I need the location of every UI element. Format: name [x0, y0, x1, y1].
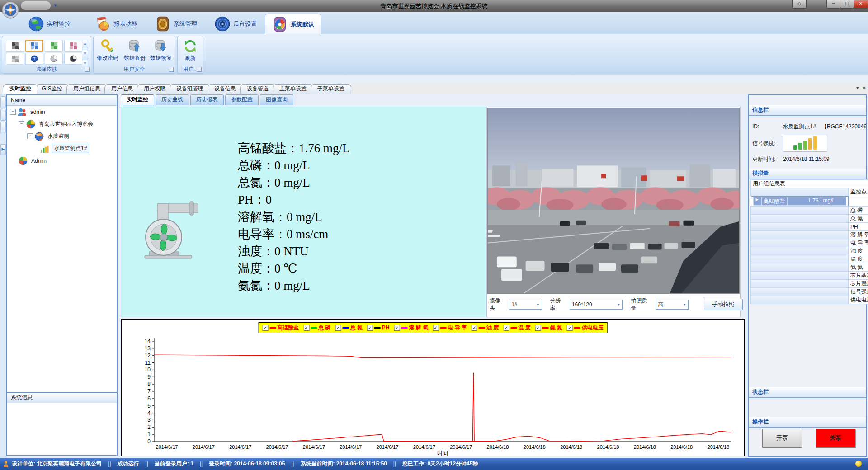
system-info-section[interactable]: 系统信息: [7, 392, 117, 403]
water-globe-icon: [35, 132, 44, 141]
collapse-icon[interactable]: −: [27, 133, 33, 139]
legend-checkbox[interactable]: ✓: [433, 325, 439, 331]
main-tab-7[interactable]: 设备信息: [207, 84, 243, 94]
table-row[interactable]: 温 度0℃: [751, 255, 868, 263]
main-tab-3[interactable]: 用户组信息: [66, 84, 107, 94]
tree-item-expo[interactable]: − 青岛市世界园艺博览会: [7, 118, 117, 130]
sub-tab-2[interactable]: 历史曲线: [156, 94, 189, 105]
table-row[interactable]: 电 导 率0ms/cm: [751, 239, 868, 247]
tab-scroll-icon[interactable]: ▼: [855, 85, 860, 90]
legend-checkbox[interactable]: ✓: [335, 325, 341, 331]
legend-checkbox[interactable]: ✓: [472, 325, 477, 331]
table-row[interactable]: 总 磷0mg/L: [751, 207, 868, 215]
skin-dark-button[interactable]: [6, 40, 24, 52]
legend-checkbox[interactable]: ✓: [535, 325, 541, 331]
skin-pie-dark-button[interactable]: [64, 53, 82, 65]
reading-row: 高锰酸盐：1.76 mg/L: [238, 140, 482, 157]
data-restore-button[interactable]: 数据恢复: [148, 39, 174, 65]
expand-panel-icon[interactable]: ▶: [0, 144, 6, 155]
skin-numbered-button[interactable]: 7: [25, 53, 43, 65]
data-backup-button[interactable]: 数据备份: [122, 39, 148, 65]
table-row[interactable]: 芯片基准1.475V: [751, 272, 868, 280]
ribbon-tab-reports[interactable]: 报表功能: [89, 14, 144, 34]
table-row[interactable]: 芯片温度39.59℃: [751, 280, 868, 288]
ribbon-tab-realtime[interactable]: 实时监控: [22, 14, 77, 34]
close-button[interactable]: ✕: [854, 0, 868, 9]
sub-tab-1[interactable]: 实时监控: [121, 94, 154, 105]
legend-checkbox[interactable]: ✓: [303, 325, 309, 331]
main-tab-8[interactable]: 设备管道: [240, 84, 275, 94]
legend-checkbox[interactable]: ✓: [503, 325, 509, 331]
maximize-button[interactable]: ▢: [840, 0, 854, 9]
table-row[interactable]: 氨 氮0mg/L: [751, 263, 868, 272]
panel-handle[interactable]: [0, 122, 6, 133]
minimize-button[interactable]: ─: [826, 0, 840, 9]
ribbon-tab-backend[interactable]: 后台设置: [208, 14, 263, 34]
tab-close-icon[interactable]: ✕: [863, 85, 866, 90]
window-theme-button[interactable]: ◇: [792, 0, 807, 9]
camera-select[interactable]: 1#▼: [509, 300, 542, 310]
change-password-button[interactable]: 修改密码: [94, 39, 121, 65]
operation-section-header[interactable]: 操作栏: [749, 417, 866, 428]
quality-select[interactable]: 高▼: [656, 300, 689, 310]
status-bar: 设计单位: 北京聚英翱翔电子有限公司||成功运行||当前登录用户: 1||登录时…: [0, 458, 868, 470]
ribbon-tab-system[interactable]: 系统管理: [148, 14, 203, 34]
table-row[interactable]: 总 氮0mg/L: [751, 215, 868, 223]
resolution-select[interactable]: 160*120▼: [570, 300, 623, 310]
refresh-button[interactable]: 刷新: [177, 39, 203, 65]
dialog-launcher-icon[interactable]: [169, 67, 174, 72]
legend-checkbox[interactable]: ✓: [394, 325, 400, 331]
main-tab-5[interactable]: 用户权限: [137, 84, 172, 94]
info-section-header[interactable]: 信息栏: [749, 105, 866, 116]
app-compass-icon[interactable]: [1, 1, 19, 19]
legend-color-swatch: [401, 327, 407, 329]
table-row[interactable]: PH0: [751, 223, 868, 231]
skin-scroll-up-icon[interactable]: ▲: [82, 40, 88, 48]
legend-checkbox[interactable]: ✓: [567, 325, 573, 331]
skin-numbered-icon: 7: [31, 55, 38, 62]
col-point-header: 监控点: [849, 188, 868, 196]
ribbon-lower-strip: [0, 75, 868, 84]
sub-tab-4[interactable]: 参数配置: [225, 94, 259, 105]
skin-pink-button[interactable]: [64, 40, 82, 52]
sub-tab-5[interactable]: 图像查询: [260, 94, 293, 105]
table-row[interactable]: ▶高锰酸盐1.76mg/L: [751, 196, 849, 206]
table-row[interactable]: 信号强度25asu: [751, 288, 868, 296]
skin-green-button[interactable]: [45, 40, 63, 52]
main-tab-10[interactable]: 子菜单设置: [310, 84, 351, 94]
tree-item-water-monitoring[interactable]: − 水质监测: [7, 130, 117, 142]
skin-blue-button[interactable]: [25, 40, 43, 52]
skin-gray-button[interactable]: [6, 53, 24, 65]
database-up-icon: [127, 39, 142, 53]
table-row[interactable]: 供电电压11.85V: [751, 296, 868, 304]
collapse-icon[interactable]: −: [19, 121, 24, 127]
pump-off-button[interactable]: 关泵: [816, 429, 855, 448]
resolution-select-label: 分辨率: [550, 297, 566, 312]
panel-handle[interactable]: [0, 96, 6, 108]
tree-item-admin2[interactable]: Admin: [7, 155, 117, 167]
main-tab-4[interactable]: 用户信息: [104, 84, 140, 94]
table-row[interactable]: 浊 度0NTU: [751, 247, 868, 255]
sub-tab-3[interactable]: 历史报表: [190, 94, 224, 105]
skin-scroll-down-icon[interactable]: ▼: [82, 50, 88, 58]
table-row[interactable]: 溶 解 氧0mg/L: [751, 231, 868, 239]
main-tab-9[interactable]: 主菜单设置: [272, 84, 313, 94]
status-section-header[interactable]: 状态栏: [749, 387, 866, 398]
dialog-launcher-icon[interactable]: [197, 67, 202, 72]
manual-capture-button[interactable]: 手动拍照: [704, 299, 743, 310]
tree-item-admin[interactable]: − admin: [7, 106, 117, 118]
main-tab-6[interactable]: 设备组管理: [169, 84, 210, 94]
legend-checkbox[interactable]: ✓: [262, 325, 268, 331]
analog-section-header[interactable]: 模拟量: [749, 169, 866, 179]
collapse-icon[interactable]: −: [10, 109, 16, 115]
dialog-launcher-icon[interactable]: [85, 67, 90, 72]
main-tab-2[interactable]: GIS监控: [35, 84, 69, 94]
main-tab-1[interactable]: 实时监控: [3, 84, 38, 94]
legend-color-swatch: [311, 327, 317, 329]
skin-pie-light-button[interactable]: [45, 53, 63, 65]
legend-checkbox[interactable]: ✓: [367, 325, 373, 331]
pump-on-button[interactable]: 开泵: [762, 429, 802, 448]
ribbon-tab-default[interactable]: 系统默认: [265, 14, 321, 34]
panel-handle[interactable]: [0, 109, 6, 121]
tree-item-monitor-point-1[interactable]: 水质监测点1#: [7, 142, 117, 155]
